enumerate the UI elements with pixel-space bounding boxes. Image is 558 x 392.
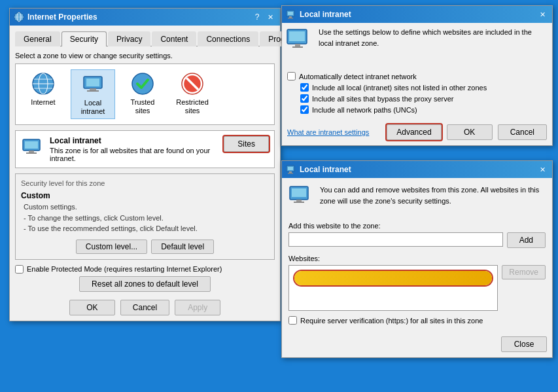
select-zone-label: Select a zone to view or change security…: [15, 52, 275, 60]
zone-info-text: Local intranet This zone is for all webs…: [50, 136, 218, 162]
reset-all-zones-button[interactable]: Reset all zones to default level: [79, 276, 211, 292]
zone-local-intranet-label: Local intranet: [74, 99, 112, 116]
apply-button[interactable]: Apply: [175, 300, 220, 315]
zone-area: Internet Local intranet: [15, 63, 275, 125]
svg-rect-21: [26, 152, 37, 154]
security-level-title: Security level for this zone: [21, 179, 269, 187]
protected-mode-checkbox[interactable]: [15, 265, 24, 274]
help-button[interactable]: ?: [251, 11, 263, 23]
protected-mode-row: Enable Protected Mode (requires restarti…: [15, 265, 275, 274]
svg-rect-19: [25, 141, 38, 149]
require-https-checkbox[interactable]: [288, 316, 297, 325]
websites-area: Remove: [288, 265, 546, 311]
zone-trusted-sites-label: Trusted sites: [123, 98, 162, 115]
tab-connections[interactable]: Connections: [198, 31, 258, 46]
intranet-2-bottom-btns: Close: [282, 331, 552, 357]
intranet-settings-link[interactable]: What are intranet settings: [287, 128, 381, 136]
internet-properties-dialog: Internet Properties ? ✕ General Security…: [9, 8, 281, 321]
svg-rect-37: [294, 202, 304, 203]
include-unc-row: Include all network paths (UNCs): [287, 105, 547, 114]
svg-rect-28: [295, 44, 300, 46]
include-unc-checkbox[interactable]: [300, 105, 309, 114]
add-website-section: Add this website to the zone: Add Websit…: [282, 218, 552, 331]
svg-rect-23: [288, 12, 293, 15]
svg-rect-20: [29, 151, 34, 152]
local-intranet-icon: [81, 73, 105, 96]
intranet-1-header: Use the settings below to define which w…: [282, 23, 552, 62]
tab-privacy[interactable]: Privacy: [108, 31, 150, 46]
auto-detect-checkbox[interactable]: [287, 72, 296, 80]
remove-button[interactable]: Remove: [502, 265, 546, 279]
intranet-1-close-button[interactable]: ✕: [536, 9, 548, 20]
intranet-2-icon: [286, 164, 296, 175]
include-unc-label: Include all network paths (UNCs): [312, 106, 417, 114]
zone-local-intranet[interactable]: Local intranet: [71, 69, 115, 119]
intranet-1-bottom-btns: What are intranet settings Advanced OK C…: [282, 119, 552, 145]
security-level-desc3: - To use the recommended settings, click…: [21, 223, 269, 234]
tab-content[interactable]: Content: [152, 31, 196, 46]
svg-rect-11: [86, 79, 99, 86]
close-button[interactable]: ✕: [264, 11, 276, 23]
security-level-box: Security level for this zone Custom Cust…: [15, 173, 275, 260]
default-level-button[interactable]: Default level: [151, 240, 214, 254]
intranet-1-icon: [286, 9, 296, 20]
svg-rect-24: [289, 16, 292, 18]
intranet-1-ok-button[interactable]: OK: [447, 124, 493, 140]
tab-strip: General Security Privacy Content Connect…: [15, 31, 275, 46]
intranet-1-cancel-button[interactable]: Cancel: [498, 124, 547, 140]
ok-button[interactable]: OK: [69, 300, 115, 315]
websites-list[interactable]: [288, 265, 498, 311]
websites-label: Websites:: [288, 255, 546, 262]
intranet-2-titlebar: Local intranet ✕: [282, 161, 552, 178]
custom-level-button[interactable]: Custom level...: [76, 240, 147, 254]
intranet-2-header: You can add and remove websites from thi…: [282, 178, 552, 218]
svg-rect-33: [288, 173, 293, 174]
include-bypass-label: Include all sites that bypass the proxy …: [312, 95, 453, 103]
zone-internet[interactable]: Internet: [21, 69, 65, 119]
svg-rect-12: [90, 88, 96, 90]
svg-point-14: [132, 73, 153, 94]
auto-detect-label: Automatically detect intranet network: [299, 73, 417, 80]
zone-restricted-sites-label: Restricted sites: [176, 98, 209, 115]
protected-mode-label: Enable Protected Mode (requires restarti…: [27, 265, 222, 273]
local-intranet-dialog-1: Local intranet ✕ Use the settings below …: [281, 5, 553, 146]
zone-info-box: Local intranet This zone is for all webs…: [15, 130, 275, 168]
svg-rect-27: [289, 31, 305, 41]
advanced-button[interactable]: Advanced: [387, 124, 441, 140]
include-bypass-row: Include all sites that bypass the proxy …: [287, 94, 547, 103]
require-https-row: Require server verification (https:) for…: [288, 316, 546, 325]
trusted-sites-icon: [131, 72, 154, 96]
intranet-2-close-button[interactable]: ✕: [536, 164, 548, 175]
main-dialog-title: Internet Properties: [27, 12, 97, 22]
add-button[interactable]: Add: [507, 232, 546, 248]
svg-rect-31: [288, 167, 293, 170]
add-website-row: Add: [288, 232, 546, 248]
svg-rect-25: [288, 18, 293, 19]
intranet-1-header-icon: [286, 27, 312, 58]
security-level-desc1: Custom settings.: [21, 202, 269, 213]
tab-general[interactable]: General: [15, 31, 60, 46]
cancel-button[interactable]: Cancel: [120, 300, 169, 315]
websites-list-item[interactable]: [294, 271, 492, 285]
include-local-checkbox[interactable]: [300, 83, 309, 92]
svg-rect-13: [87, 90, 99, 92]
internet-icon: [31, 72, 55, 96]
main-dialog-titlebar: Internet Properties ? ✕: [10, 9, 280, 26]
include-bypass-checkbox[interactable]: [300, 94, 309, 103]
require-https-label: Require server verification (https:) for…: [300, 317, 483, 325]
auto-detect-row: Automatically detect intranet network: [287, 72, 547, 80]
intranet-2-header-icon: [288, 185, 313, 211]
tab-security[interactable]: Security: [61, 31, 107, 46]
add-website-input[interactable]: [288, 232, 503, 247]
add-website-label: Add this website to the zone:: [288, 222, 546, 230]
local-intranet-dialog-2: Local intranet ✕ You can add and remove …: [281, 160, 553, 358]
security-level-name: Custom: [21, 191, 269, 200]
zone-restricted-sites[interactable]: Restricted sites: [170, 69, 215, 119]
intranet-2-close-btn[interactable]: Close: [501, 336, 547, 352]
include-local-row: Include all local (intranet) sites not l…: [287, 83, 547, 92]
intranet-2-header-text: You can add and remove websites from thi…: [320, 185, 546, 206]
zone-internet-label: Internet: [31, 98, 55, 107]
zone-info-description: This zone is for all websites that are f…: [50, 147, 210, 162]
zone-trusted-sites[interactable]: Trusted sites: [120, 69, 165, 119]
sites-button[interactable]: Sites: [224, 136, 269, 152]
